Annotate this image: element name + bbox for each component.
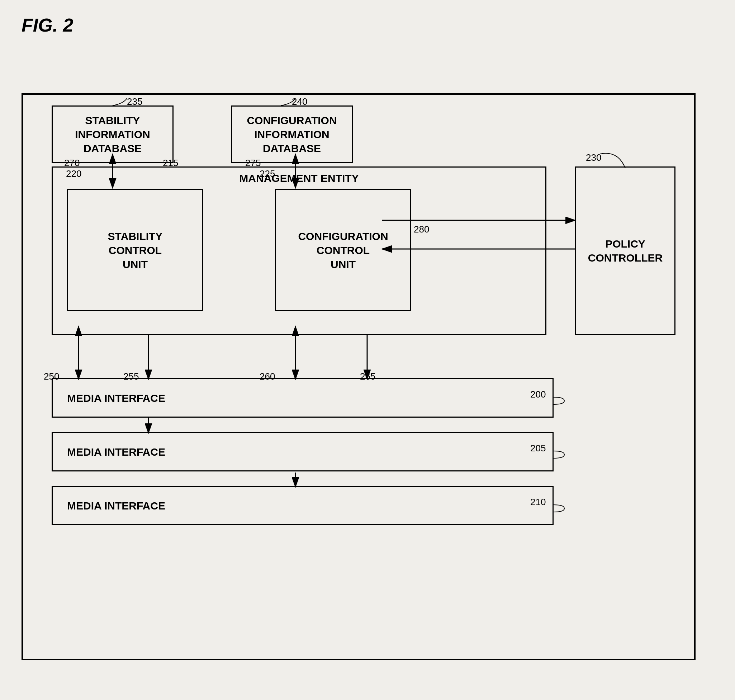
ref-225: 225: [260, 168, 275, 179]
ref-200: 200: [530, 389, 546, 400]
media-interface-2-box: MEDIA INTERFACE: [51, 432, 553, 471]
ref-265: 265: [360, 371, 376, 382]
figure-title: FIG. 2: [22, 14, 73, 36]
config-control-unit-box: CONFIGURATIONCONTROLUNIT: [275, 189, 411, 311]
ref-260: 260: [260, 371, 275, 382]
policy-controller-label: POLICYCONTROLLER: [588, 237, 663, 265]
media-interface-3-label: MEDIA INTERFACE: [67, 499, 165, 513]
media-interface-2-label: MEDIA INTERFACE: [67, 445, 165, 459]
stability-db-box: STABILITYINFORMATIONDATABASE: [51, 106, 173, 163]
ref-280: 280: [414, 224, 429, 235]
ref-255: 255: [123, 371, 139, 382]
policy-controller-box: POLICYCONTROLLER: [575, 166, 675, 335]
stability-control-unit-label: STABILITYCONTROLUNIT: [108, 229, 163, 271]
media-interface-1-box: MEDIA INTERFACE: [51, 378, 553, 418]
media-interface-1-label: MEDIA INTERFACE: [67, 391, 165, 405]
outer-box: STABILITYINFORMATIONDATABASE CONFIGURATI…: [22, 93, 695, 660]
config-db-box: CONFIGURATIONINFORMATIONDATABASE: [231, 106, 353, 163]
ref-220: 220: [66, 168, 81, 179]
ref-215: 215: [163, 157, 178, 169]
ref-205: 205: [530, 443, 546, 454]
ref-210: 210: [530, 497, 546, 508]
stability-db-label: STABILITYINFORMATIONDATABASE: [75, 113, 150, 155]
config-db-label: CONFIGURATIONINFORMATIONDATABASE: [246, 113, 337, 155]
media-interface-3-box: MEDIA INTERFACE: [51, 486, 553, 525]
ref-230: 230: [586, 152, 601, 163]
ref-250: 250: [44, 371, 59, 382]
ref-275: 275: [245, 157, 261, 169]
management-entity-box: MANAGEMENT ENTITY STABILITYCONTROLUNIT C…: [51, 166, 546, 335]
ref-240: 240: [292, 96, 307, 107]
ref-235: 235: [127, 96, 142, 107]
stability-control-unit-box: STABILITYCONTROLUNIT: [67, 189, 203, 311]
management-entity-label: MANAGEMENT ENTITY: [239, 171, 358, 185]
ref-270: 270: [64, 157, 79, 169]
config-control-unit-label: CONFIGURATIONCONTROLUNIT: [298, 229, 388, 271]
